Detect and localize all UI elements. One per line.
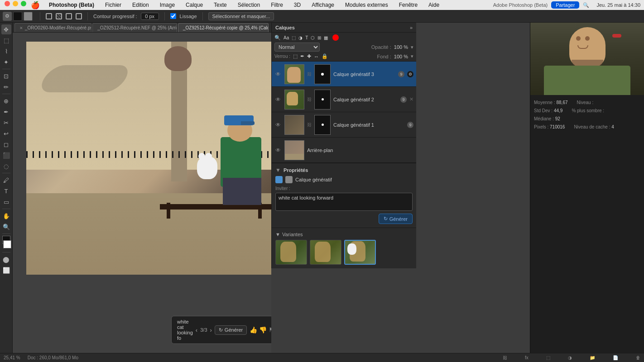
layer-4-visibility[interactable]: 👁 [274,147,282,154]
window-close[interactable] [5,1,10,6]
blend-mode-select[interactable]: Normal [274,43,320,52]
fill-expand-icon[interactable]: ▾ [411,53,413,59]
add-selection-icon[interactable] [56,13,62,19]
lock-artboard-icon[interactable]: ↔ [314,54,319,59]
search-icon[interactable]: 🔍 [274,35,281,41]
intersect-selection-icon[interactable] [76,13,82,19]
background-color[interactable] [24,12,33,21]
lock-transparent-icon[interactable]: ⬚ [293,53,298,59]
flag-button[interactable]: ⚑ [269,326,271,333]
menu-app-name[interactable]: Photoshop (Beta) [47,2,96,8]
brush-tool[interactable]: ✒ [1,107,11,117]
gen-generate-button[interactable]: ↻ Générer [215,325,247,335]
lock-position-icon[interactable]: ✚ [307,53,311,59]
properties-gen-button[interactable]: ↻ Générer [379,214,413,224]
menu-3d[interactable]: 3D [292,2,303,8]
masquer-button[interactable]: Sélectionner et masquer... [208,12,274,20]
pixel-icon[interactable]: ⬚ [292,35,296,40]
menu-image[interactable]: Image [158,2,177,8]
text-tool[interactable]: T [1,186,11,196]
thumbs-up-button[interactable]: 👍 [250,326,257,333]
lasso-tool[interactable]: ⌇ [1,46,11,56]
foreground-color[interactable] [13,12,22,21]
magic-wand-tool[interactable]: ✦ [1,57,11,67]
mask-mode[interactable]: ⬤ [1,254,11,264]
background-color-swatch[interactable] [3,240,11,248]
layer-item-1[interactable]: 👁 ⛓ Calque génératif 3 [272,62,416,87]
collapse-icon[interactable]: » [410,25,413,30]
lissage-checkbox[interactable] [170,13,176,19]
gen-next-button[interactable]: › [210,327,212,333]
layer-3-visibility[interactable]: 👁 [274,121,282,129]
text-icon[interactable]: T [305,35,308,40]
gen-prev-button[interactable]: ‹ [196,327,197,333]
apple-menu[interactable]: 🍎 [31,1,40,10]
tab-2[interactable]: _OZ92512-Récupéré.NEF @ 25% (Arrière-pla… [92,23,177,32]
shape-tool[interactable]: ▭ [1,197,11,207]
smart-object-icon[interactable]: ⊞ [317,35,321,40]
contour-input[interactable] [141,13,159,20]
healing-brush-tool[interactable]: ⊕ [1,96,11,106]
artboard-icon[interactable]: ▦ [324,35,328,40]
zoom-tool[interactable]: 🔍 [1,222,11,232]
menu-fichier[interactable]: Fichier [103,2,123,8]
tool-preset-picker[interactable]: ⚙ [3,12,12,21]
variant-3[interactable] [344,240,376,265]
layer-1-visibility[interactable]: 👁 [274,71,282,78]
layer-style-icon[interactable]: fx [525,355,529,360]
hand-tool[interactable]: ✋ [1,211,11,221]
layer-2-close[interactable]: ✕ [409,96,413,102]
layer-item-4[interactable]: 👁 Arrière-plan [272,138,416,163]
share-button[interactable]: Partager [551,1,579,9]
menu-fenetre[interactable]: Fenêtre [397,2,419,8]
layer-type-icon[interactable]: Aa [284,35,289,40]
window-minimize[interactable] [13,1,18,6]
layer-mask-icon[interactable]: ⬚ [546,355,550,360]
search-icon[interactable]: 🔍 [583,2,589,8]
properties-collapse-icon[interactable]: ▼ [275,167,281,173]
opacity-expand-icon[interactable]: ▾ [411,44,413,50]
screen-mode[interactable]: ⬜ [1,265,11,275]
canvas-area[interactable]: white cat looking fo ‹ 3/3 › ↻ Générer 👍… [13,33,271,353]
variantes-header[interactable]: ▼ Variantes [275,232,413,237]
lock-brush-icon[interactable]: ✒ [300,53,304,59]
history-brush-tool[interactable]: ↩ [1,129,11,138]
thumbs-down-button[interactable]: 👎 [259,326,267,333]
new-adjustment-icon[interactable]: ◑ [568,355,572,360]
new-selection-icon[interactable] [46,13,52,19]
adjustment-icon[interactable]: ◑ [298,35,303,40]
delete-layer-icon[interactable]: 🗑 [636,355,640,360]
tab-1[interactable]: ✕ _ORO0260-Modifier-Récupéré.psd @ 28,5%… [14,23,91,32]
menu-calque[interactable]: Calque [184,2,205,8]
vector-icon[interactable]: ⬡ [311,35,315,40]
menu-filtre[interactable]: Filtre [269,2,285,8]
variant-2[interactable] [310,240,341,265]
clone-stamp-tool[interactable]: ✂ [1,118,11,128]
lock-all-icon[interactable]: 🔒 [322,53,328,59]
gradient-tool[interactable]: ⬛ [1,150,11,160]
blur-tool[interactable]: ◌ [1,161,11,171]
selection-tool[interactable]: ⬚ [1,35,11,45]
tab-3[interactable]: _OZ92512-Récupéré copie @ 25,4% (Calque … [178,23,269,32]
eraser-tool[interactable]: ◻ [1,139,11,149]
menu-texte[interactable]: Texte [212,2,229,8]
layer-item-2[interactable]: 👁 ⛓ Calque génératif 2 9 ✕ [272,87,416,112]
move-tool[interactable]: ✥ [1,24,11,34]
menu-aide[interactable]: Aide [427,2,441,8]
layer-2-visibility[interactable]: 👁 [274,96,282,103]
menu-edition[interactable]: Edition [130,2,151,8]
layer-link-icon[interactable]: ⛓ [503,355,507,360]
subtract-selection-icon[interactable] [66,13,72,19]
menu-selection[interactable]: Sélection [236,2,262,8]
window-maximize[interactable] [21,1,26,6]
prompt-text-box[interactable]: white cat looking forward [275,193,413,211]
new-layer-icon[interactable]: 📄 [613,355,618,360]
menu-affichage[interactable]: Affichage [310,2,336,8]
layer-item-3[interactable]: 👁 ⛓ Calque génératif 1 9 [272,112,416,138]
path-tool[interactable]: 🖊 [1,175,11,185]
crop-tool[interactable]: ⊡ [1,71,11,81]
variant-1[interactable] [275,240,307,265]
new-group-icon[interactable]: 📁 [590,355,595,360]
menu-modules[interactable]: Modules externes [343,2,390,8]
eyedropper-tool[interactable]: ✏ [1,82,11,92]
